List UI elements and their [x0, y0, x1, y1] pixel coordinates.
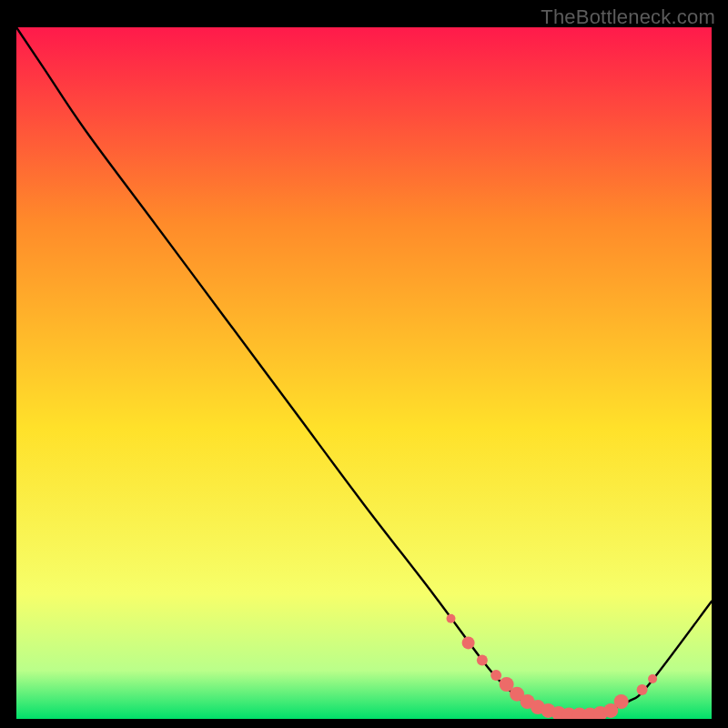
data-marker — [648, 674, 657, 683]
data-marker — [637, 684, 648, 695]
data-marker — [490, 670, 501, 681]
plot-area — [16, 27, 712, 719]
data-marker — [614, 694, 629, 709]
watermark-text: TheBottleneck.com — [541, 5, 715, 29]
data-marker — [462, 636, 475, 649]
bottleneck-chart — [16, 27, 712, 719]
data-marker — [447, 614, 456, 623]
chart-frame: TheBottleneck.com — [0, 0, 728, 728]
data-marker — [477, 654, 488, 665]
svg-rect-0 — [16, 27, 712, 719]
